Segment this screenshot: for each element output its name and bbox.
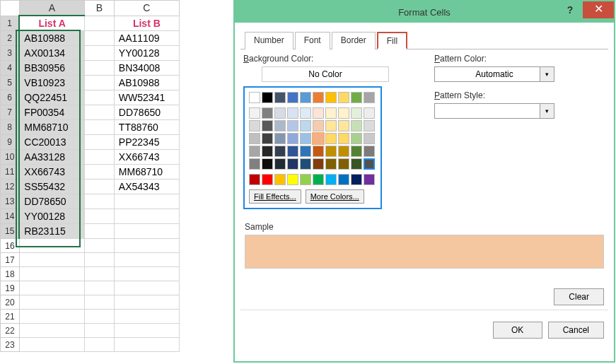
col-header-c[interactable]: C <box>114 1 179 16</box>
color-swatch[interactable] <box>249 92 260 103</box>
tab-fill[interactable]: Fill <box>377 32 407 49</box>
color-swatch[interactable] <box>351 133 362 144</box>
cell[interactable]: RB23115 <box>19 224 84 239</box>
color-swatch[interactable] <box>325 92 337 103</box>
help-icon[interactable]: ? <box>560 1 580 18</box>
no-color-button[interactable]: No Color <box>262 66 389 82</box>
color-swatch[interactable] <box>287 146 298 157</box>
color-swatch[interactable] <box>325 107 337 119</box>
color-swatch[interactable] <box>364 133 375 144</box>
color-swatch[interactable] <box>287 107 298 119</box>
dialog-titlebar[interactable]: Format Cells ? ✕ <box>235 1 614 23</box>
cell[interactable] <box>114 239 179 253</box>
cell[interactable]: DD78650 <box>19 194 84 209</box>
color-swatch[interactable] <box>338 174 349 185</box>
cell[interactable]: MM68710 <box>19 120 84 135</box>
cell[interactable] <box>84 295 114 310</box>
color-swatch[interactable] <box>351 92 362 103</box>
color-swatch[interactable] <box>249 174 260 185</box>
cell[interactable] <box>19 324 84 338</box>
cell[interactable] <box>114 194 179 209</box>
cell[interactable]: FP00354 <box>19 105 84 120</box>
color-swatch[interactable] <box>274 158 286 170</box>
color-swatch[interactable] <box>274 92 286 103</box>
cell[interactable]: QQ22451 <box>19 90 84 105</box>
color-swatch[interactable] <box>364 107 375 119</box>
color-swatch[interactable] <box>364 158 375 170</box>
color-swatch[interactable] <box>262 146 273 157</box>
row-header[interactable]: 9 <box>1 135 20 150</box>
cell[interactable] <box>84 76 114 90</box>
cell-a1[interactable]: List A <box>19 16 84 31</box>
cell[interactable]: BN34008 <box>114 61 179 76</box>
color-swatch[interactable] <box>313 120 324 131</box>
cell[interactable] <box>84 338 114 352</box>
row-header[interactable]: 12 <box>1 180 20 194</box>
cell[interactable] <box>84 310 114 324</box>
cell[interactable]: YY00128 <box>19 209 84 224</box>
color-swatch[interactable] <box>249 146 260 157</box>
cell[interactable] <box>84 90 114 105</box>
color-swatch[interactable] <box>274 133 286 144</box>
row-header[interactable]: 5 <box>1 76 20 90</box>
color-swatch[interactable] <box>313 158 324 170</box>
color-swatch[interactable] <box>262 174 273 185</box>
row-header[interactable]: 11 <box>1 165 20 180</box>
cell[interactable] <box>19 295 84 310</box>
color-swatch[interactable] <box>249 158 260 170</box>
color-swatch[interactable] <box>274 120 286 131</box>
color-swatch[interactable] <box>300 133 311 144</box>
cell[interactable] <box>84 324 114 338</box>
more-colors-button[interactable]: More Colors... <box>306 189 364 204</box>
tab-border[interactable]: Border <box>332 32 376 49</box>
row-header[interactable]: 15 <box>1 224 20 239</box>
color-swatch[interactable] <box>249 120 260 131</box>
row-header[interactable]: 6 <box>1 90 20 105</box>
cell[interactable] <box>114 209 179 224</box>
color-swatch[interactable] <box>287 133 298 144</box>
cell[interactable] <box>84 165 114 180</box>
cell[interactable] <box>84 120 114 135</box>
cell[interactable] <box>19 239 84 253</box>
ok-button[interactable]: OK <box>493 322 542 339</box>
cell[interactable] <box>114 324 179 338</box>
cell[interactable]: MM68710 <box>114 165 179 180</box>
cancel-button[interactable]: Cancel <box>548 322 604 339</box>
color-swatch[interactable] <box>249 133 260 144</box>
color-swatch[interactable] <box>364 120 375 131</box>
row-header[interactable]: 19 <box>1 281 20 295</box>
row-header[interactable]: 21 <box>1 310 20 324</box>
row-header[interactable]: 7 <box>1 105 20 120</box>
cell[interactable] <box>114 267 179 281</box>
cell[interactable] <box>84 267 114 281</box>
row-header[interactable]: 18 <box>1 267 20 281</box>
pattern-style-combo[interactable]: ▾ <box>434 103 554 119</box>
color-swatch[interactable] <box>313 174 324 185</box>
cell[interactable] <box>114 310 179 324</box>
color-swatch[interactable] <box>313 146 324 157</box>
col-header-a[interactable]: A <box>19 1 84 16</box>
row-header[interactable]: 3 <box>1 46 20 61</box>
col-header-b[interactable]: B <box>84 1 114 16</box>
pattern-color-combo[interactable]: Automatic ▾ <box>434 66 554 82</box>
color-swatch[interactable] <box>338 146 349 157</box>
cell[interactable] <box>84 209 114 224</box>
cell[interactable] <box>19 281 84 295</box>
row-header[interactable]: 2 <box>1 31 20 46</box>
cell[interactable]: DD78650 <box>114 105 179 120</box>
cell[interactable]: XX66743 <box>19 165 84 180</box>
fill-effects-button[interactable]: Fill Effects... <box>249 189 301 204</box>
cell[interactable] <box>84 135 114 150</box>
cell[interactable] <box>84 61 114 76</box>
color-swatch[interactable] <box>262 120 273 131</box>
color-swatch[interactable] <box>325 146 337 157</box>
color-swatch[interactable] <box>287 120 298 131</box>
cell[interactable] <box>84 46 114 61</box>
corner-cell[interactable] <box>1 1 20 16</box>
cell[interactable] <box>84 105 114 120</box>
color-swatch[interactable] <box>300 107 311 119</box>
row-header[interactable]: 4 <box>1 61 20 76</box>
color-swatch[interactable] <box>300 92 311 103</box>
color-swatch[interactable] <box>338 158 349 170</box>
cell[interactable] <box>84 150 114 165</box>
